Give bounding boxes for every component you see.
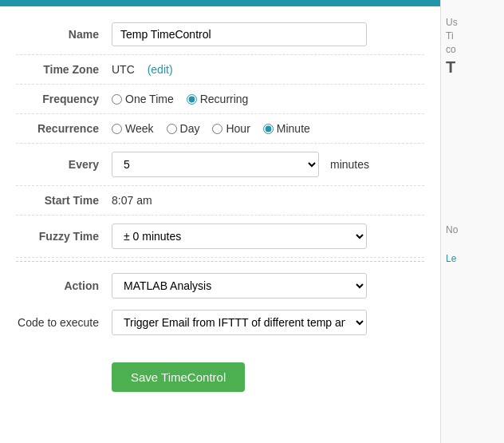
code-row: Code to execute Trigger Email from IFTTT…	[16, 307, 424, 343]
recurrence-hour-label: Hour	[226, 122, 250, 135]
action-field-content: MATLAB Analysis Python Script Shell Comm…	[112, 273, 424, 299]
section-divider	[16, 261, 424, 262]
code-label: Code to execute	[16, 310, 112, 329]
fuzzy-time-field-content: ± 0 minutes ± 1 minutes ± 2 minutes ± 5 …	[112, 223, 424, 249]
recurrence-day[interactable]: Day	[167, 122, 200, 135]
every-label: Every	[16, 158, 112, 171]
frequency-recurring-radio[interactable]	[187, 94, 197, 105]
timezone-row: Time Zone UTC (edit)	[16, 55, 424, 85]
frequency-recurring-label: Recurring	[200, 93, 249, 105]
side-panel-content: UsTico T No Le	[446, 16, 499, 264]
form-section: Name Time Zone UTC (edit) Frequency	[0, 6, 440, 400]
every-unit-label: minutes	[330, 158, 369, 171]
every-field-content: 1 2 3 4 5 10 15 20 30 minutes	[112, 152, 424, 177]
frequency-recurring[interactable]: Recurring	[187, 93, 249, 105]
fuzzy-time-select[interactable]: ± 0 minutes ± 1 minutes ± 2 minutes ± 5 …	[112, 223, 367, 249]
name-label: Name	[16, 28, 112, 41]
fuzzy-time-row: Fuzzy Time ± 0 minutes ± 1 minutes ± 2 m…	[16, 216, 424, 258]
frequency-options: One Time Recurring	[112, 93, 424, 105]
code-select[interactable]: Trigger Email from IFTTT of different te…	[112, 310, 367, 335]
action-row: Action MATLAB Analysis Python Script She…	[16, 265, 424, 307]
save-row: Save TimeControl	[16, 354, 424, 392]
start-time-row: Start Time 8:07 am	[16, 186, 424, 216]
recurrence-minute-radio[interactable]	[263, 124, 274, 134]
side-le-link[interactable]: Le	[446, 253, 499, 264]
side-panel: UsTico T No Le	[440, 0, 504, 443]
frequency-one-time-label: One Time	[125, 93, 174, 105]
timezone-label: Time Zone	[16, 63, 112, 76]
start-time-value: 8:07 am	[112, 194, 152, 207]
recurrence-hour-radio[interactable]	[212, 124, 222, 134]
recurrence-day-radio[interactable]	[167, 124, 177, 134]
side-text: UsTico	[446, 17, 458, 55]
recurrence-minute[interactable]: Minute	[263, 122, 310, 135]
code-field-content: Trigger Email from IFTTT of different te…	[112, 310, 424, 335]
side-T-label: T	[446, 58, 455, 76]
every-row: Every 1 2 3 4 5 10 15 20 30 minutes	[16, 144, 424, 186]
fuzzy-time-label: Fuzzy Time	[16, 230, 112, 243]
recurrence-hour[interactable]: Hour	[212, 122, 250, 135]
timezone-field-content: UTC (edit)	[112, 63, 424, 76]
every-select[interactable]: 1 2 3 4 5 10 15 20 30	[112, 152, 319, 177]
recurrence-week[interactable]: Week	[112, 122, 154, 135]
recurrence-day-label: Day	[180, 122, 200, 135]
action-select[interactable]: MATLAB Analysis Python Script Shell Comm…	[112, 273, 367, 299]
frequency-row: Frequency One Time Recurring	[16, 85, 424, 114]
recurrence-week-radio[interactable]	[112, 124, 122, 134]
name-row: Name	[16, 14, 424, 55]
name-input[interactable]	[112, 22, 367, 46]
side-no-label: No	[446, 224, 458, 235]
save-button[interactable]: Save TimeControl	[112, 362, 245, 392]
frequency-one-time-radio[interactable]	[112, 94, 122, 105]
top-bar	[0, 0, 440, 6]
form-panel: Name Time Zone UTC (edit) Frequency	[0, 0, 440, 443]
name-field-content	[112, 22, 424, 46]
timezone-edit-link[interactable]: (edit)	[148, 63, 173, 76]
start-time-field-content: 8:07 am	[112, 194, 424, 207]
recurrence-row: Recurrence Week Day Hour	[16, 114, 424, 144]
recurrence-label: Recurrence	[16, 122, 112, 135]
action-label: Action	[16, 279, 112, 292]
recurrence-minute-label: Minute	[277, 122, 310, 135]
start-time-label: Start Time	[16, 194, 112, 207]
recurrence-options: Week Day Hour Minute	[112, 122, 424, 135]
timezone-value: UTC	[112, 63, 135, 76]
frequency-one-time[interactable]: One Time	[112, 93, 174, 105]
frequency-label: Frequency	[16, 93, 112, 105]
recurrence-week-label: Week	[125, 122, 154, 135]
main-container: Name Time Zone UTC (edit) Frequency	[0, 0, 504, 443]
